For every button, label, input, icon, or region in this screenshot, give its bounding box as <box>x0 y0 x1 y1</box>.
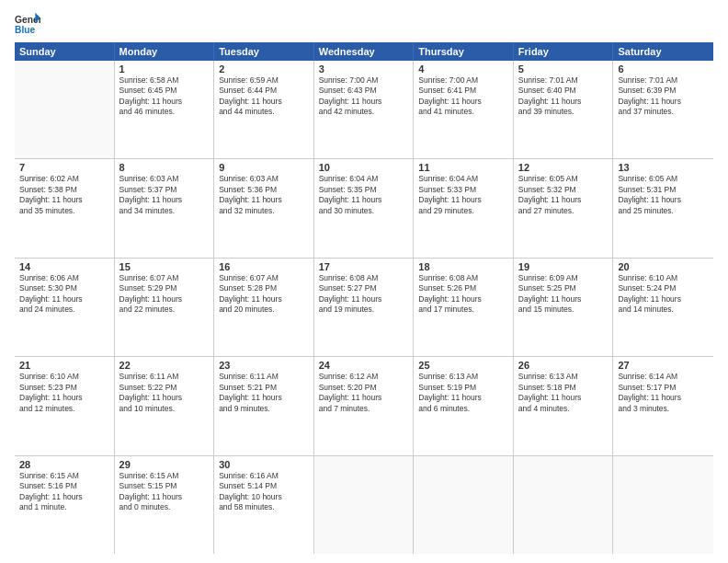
day-number: 20 <box>618 261 709 272</box>
calendar-cell-empty <box>314 456 415 554</box>
calendar-cell-day-27: 27Sunrise: 6:14 AM Sunset: 5:17 PM Dayli… <box>613 357 713 454</box>
day-number: 10 <box>319 162 409 173</box>
cell-daylight-info: Sunrise: 6:02 AM Sunset: 5:38 PM Dayligh… <box>19 174 109 216</box>
calendar-cell-day-22: 22Sunrise: 6:11 AM Sunset: 5:22 PM Dayli… <box>115 357 215 454</box>
day-number: 5 <box>518 63 609 75</box>
calendar-cell-day-15: 15Sunrise: 6:07 AM Sunset: 5:29 PM Dayli… <box>115 259 215 356</box>
calendar-cell-day-17: 17Sunrise: 6:08 AM Sunset: 5:27 PM Dayli… <box>314 259 415 356</box>
cell-daylight-info: Sunrise: 6:13 AM Sunset: 5:19 PM Dayligh… <box>418 372 508 414</box>
cell-daylight-info: Sunrise: 6:03 AM Sunset: 5:37 PM Dayligh… <box>119 174 210 216</box>
calendar-cell-day-25: 25Sunrise: 6:13 AM Sunset: 5:19 PM Dayli… <box>414 357 514 454</box>
weekday-header-thursday: Thursday <box>414 42 514 61</box>
svg-text:Blue: Blue <box>15 25 36 35</box>
cell-daylight-info: Sunrise: 6:15 AM Sunset: 5:16 PM Dayligh… <box>19 471 109 513</box>
cell-daylight-info: Sunrise: 7:00 AM Sunset: 6:41 PM Dayligh… <box>418 75 508 118</box>
day-number: 30 <box>219 459 309 470</box>
day-number: 12 <box>518 162 609 173</box>
day-number: 17 <box>319 261 409 272</box>
calendar-cell-day-10: 10Sunrise: 6:04 AM Sunset: 5:35 PM Dayli… <box>314 159 415 257</box>
day-number: 18 <box>418 261 508 272</box>
calendar-cell-day-16: 16Sunrise: 6:07 AM Sunset: 5:28 PM Dayli… <box>214 259 314 356</box>
day-number: 3 <box>319 63 409 75</box>
calendar-cell-day-5: 5Sunrise: 7:01 AM Sunset: 6:40 PM Daylig… <box>514 61 614 158</box>
cell-daylight-info: Sunrise: 6:06 AM Sunset: 5:30 PM Dayligh… <box>19 273 109 316</box>
cell-daylight-info: Sunrise: 7:01 AM Sunset: 6:40 PM Dayligh… <box>518 75 609 118</box>
cell-daylight-info: Sunrise: 6:04 AM Sunset: 5:35 PM Dayligh… <box>319 174 409 216</box>
weekday-header-monday: Monday <box>115 42 215 61</box>
calendar-page: General Blue SundayMondayTuesdayWednesda… <box>0 0 728 563</box>
cell-daylight-info: Sunrise: 6:16 AM Sunset: 5:14 PM Dayligh… <box>219 471 309 513</box>
day-number: 27 <box>618 360 709 371</box>
cell-daylight-info: Sunrise: 6:15 AM Sunset: 5:15 PM Dayligh… <box>119 471 210 513</box>
cell-daylight-info: Sunrise: 6:58 AM Sunset: 6:45 PM Dayligh… <box>119 75 210 118</box>
calendar: SundayMondayTuesdayWednesdayThursdayFrid… <box>15 42 713 554</box>
calendar-cell-day-6: 6Sunrise: 7:01 AM Sunset: 6:39 PM Daylig… <box>613 61 713 158</box>
cell-daylight-info: Sunrise: 6:59 AM Sunset: 6:44 PM Dayligh… <box>219 75 309 118</box>
cell-daylight-info: Sunrise: 6:08 AM Sunset: 5:26 PM Dayligh… <box>418 273 508 316</box>
day-number: 25 <box>418 360 508 371</box>
calendar-cell-day-29: 29Sunrise: 6:15 AM Sunset: 5:15 PM Dayli… <box>115 456 215 554</box>
calendar-row-4: 28Sunrise: 6:15 AM Sunset: 5:16 PM Dayli… <box>15 456 713 554</box>
calendar-cell-day-28: 28Sunrise: 6:15 AM Sunset: 5:16 PM Dayli… <box>15 456 115 554</box>
calendar-cell-day-30: 30Sunrise: 6:16 AM Sunset: 5:14 PM Dayli… <box>214 456 314 554</box>
calendar-body: 1Sunrise: 6:58 AM Sunset: 6:45 PM Daylig… <box>15 61 713 554</box>
day-number: 9 <box>219 162 309 173</box>
day-number: 29 <box>119 459 210 470</box>
weekday-header-friday: Friday <box>514 42 614 61</box>
cell-daylight-info: Sunrise: 6:08 AM Sunset: 5:27 PM Dayligh… <box>319 273 409 316</box>
calendar-header-row: SundayMondayTuesdayWednesdayThursdayFrid… <box>15 42 713 61</box>
cell-daylight-info: Sunrise: 6:12 AM Sunset: 5:20 PM Dayligh… <box>319 372 409 414</box>
day-number: 21 <box>19 360 109 371</box>
day-number: 19 <box>518 261 609 272</box>
cell-daylight-info: Sunrise: 7:01 AM Sunset: 6:39 PM Dayligh… <box>618 75 709 118</box>
calendar-row-0: 1Sunrise: 6:58 AM Sunset: 6:45 PM Daylig… <box>15 61 713 159</box>
day-number: 8 <box>119 162 210 173</box>
calendar-cell-day-21: 21Sunrise: 6:10 AM Sunset: 5:23 PM Dayli… <box>15 357 115 454</box>
day-number: 22 <box>119 360 210 371</box>
day-number: 2 <box>219 63 309 75</box>
day-number: 23 <box>219 360 309 371</box>
calendar-cell-day-26: 26Sunrise: 6:13 AM Sunset: 5:18 PM Dayli… <box>514 357 614 454</box>
calendar-cell-day-8: 8Sunrise: 6:03 AM Sunset: 5:37 PM Daylig… <box>115 159 215 257</box>
cell-daylight-info: Sunrise: 6:04 AM Sunset: 5:33 PM Dayligh… <box>418 174 508 216</box>
day-number: 28 <box>19 459 109 470</box>
calendar-cell-empty <box>414 456 514 554</box>
calendar-cell-empty <box>514 456 614 554</box>
calendar-cell-day-9: 9Sunrise: 6:03 AM Sunset: 5:36 PM Daylig… <box>214 159 314 257</box>
cell-daylight-info: Sunrise: 6:09 AM Sunset: 5:25 PM Dayligh… <box>518 273 609 316</box>
calendar-cell-day-1: 1Sunrise: 6:58 AM Sunset: 6:45 PM Daylig… <box>115 61 215 158</box>
day-number: 7 <box>19 162 109 173</box>
cell-daylight-info: Sunrise: 6:07 AM Sunset: 5:29 PM Dayligh… <box>119 273 210 316</box>
cell-daylight-info: Sunrise: 6:10 AM Sunset: 5:24 PM Dayligh… <box>618 273 709 316</box>
calendar-cell-day-18: 18Sunrise: 6:08 AM Sunset: 5:26 PM Dayli… <box>414 259 514 356</box>
calendar-cell-day-24: 24Sunrise: 6:12 AM Sunset: 5:20 PM Dayli… <box>314 357 415 454</box>
cell-daylight-info: Sunrise: 6:05 AM Sunset: 5:32 PM Dayligh… <box>518 174 609 216</box>
calendar-cell-day-11: 11Sunrise: 6:04 AM Sunset: 5:33 PM Dayli… <box>414 159 514 257</box>
weekday-header-tuesday: Tuesday <box>214 42 314 61</box>
cell-daylight-info: Sunrise: 6:05 AM Sunset: 5:31 PM Dayligh… <box>618 174 709 216</box>
day-number: 15 <box>119 261 210 272</box>
day-number: 13 <box>618 162 709 173</box>
header: General Blue <box>15 11 713 37</box>
cell-daylight-info: Sunrise: 6:14 AM Sunset: 5:17 PM Dayligh… <box>618 372 709 414</box>
weekday-header-wednesday: Wednesday <box>314 42 415 61</box>
cell-daylight-info: Sunrise: 6:03 AM Sunset: 5:36 PM Dayligh… <box>219 174 309 216</box>
calendar-cell-day-23: 23Sunrise: 6:11 AM Sunset: 5:21 PM Dayli… <box>214 357 314 454</box>
calendar-cell-day-14: 14Sunrise: 6:06 AM Sunset: 5:30 PM Dayli… <box>15 259 115 356</box>
calendar-cell-day-20: 20Sunrise: 6:10 AM Sunset: 5:24 PM Dayli… <box>613 259 713 356</box>
calendar-cell-day-4: 4Sunrise: 7:00 AM Sunset: 6:41 PM Daylig… <box>414 61 514 158</box>
cell-daylight-info: Sunrise: 6:11 AM Sunset: 5:21 PM Dayligh… <box>219 372 309 414</box>
day-number: 4 <box>418 63 508 75</box>
day-number: 16 <box>219 261 309 272</box>
cell-daylight-info: Sunrise: 6:11 AM Sunset: 5:22 PM Dayligh… <box>119 372 210 414</box>
calendar-row-2: 14Sunrise: 6:06 AM Sunset: 5:30 PM Dayli… <box>15 259 713 357</box>
calendar-cell-day-19: 19Sunrise: 6:09 AM Sunset: 5:25 PM Dayli… <box>514 259 614 356</box>
calendar-cell-empty <box>15 61 115 158</box>
weekday-header-sunday: Sunday <box>15 42 115 61</box>
calendar-cell-day-13: 13Sunrise: 6:05 AM Sunset: 5:31 PM Dayli… <box>613 159 713 257</box>
day-number: 6 <box>618 63 709 75</box>
calendar-cell-day-7: 7Sunrise: 6:02 AM Sunset: 5:38 PM Daylig… <box>15 159 115 257</box>
day-number: 1 <box>119 63 210 75</box>
day-number: 26 <box>518 360 609 371</box>
day-number: 24 <box>319 360 409 371</box>
